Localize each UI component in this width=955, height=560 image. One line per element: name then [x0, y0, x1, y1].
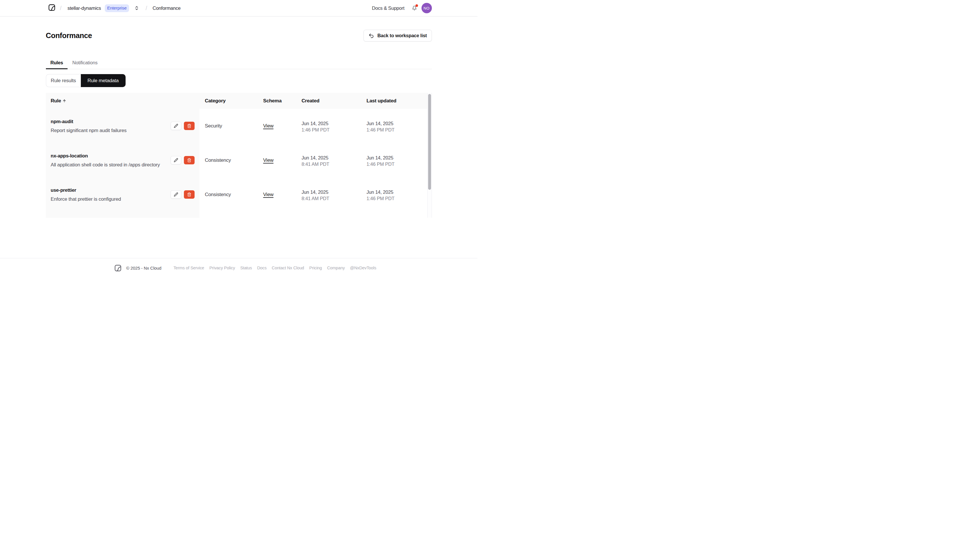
row-actions — [171, 156, 194, 164]
back-button-label: Back to workspace list — [377, 33, 427, 38]
edit-rule-button[interactable] — [171, 122, 181, 130]
tab-rules[interactable]: Rules — [46, 59, 68, 69]
pencil-icon — [174, 158, 178, 162]
rule-cell: use-prettier Enforce that prettier is co… — [46, 177, 199, 212]
user-avatar[interactable]: NO — [421, 3, 432, 13]
column-header-last-updated[interactable]: Last updated — [361, 98, 427, 104]
column-header-rule[interactable]: Rule — [46, 98, 199, 104]
tab-notifications[interactable]: Notifications — [67, 59, 102, 69]
view-toggle: Rule results Rule metadata — [46, 74, 125, 87]
edit-rule-button[interactable] — [171, 156, 181, 164]
rule-cell: npm-audit Report significant npm audit f… — [46, 109, 199, 143]
rule-text: use-prettier Enforce that prettier is co… — [51, 187, 121, 203]
category-cell: Security — [199, 109, 258, 143]
rule-name: nx-apps-location — [51, 152, 160, 159]
table-row: use-prettier Enforce that prettier is co… — [46, 177, 427, 212]
page-footer: © 2025 - Nx Cloud Terms of Service Priva… — [0, 258, 478, 280]
table-row: npm-audit Report significant npm audit f… — [46, 109, 427, 143]
pencil-icon — [174, 124, 178, 128]
created-time: 8:41 AM PDT — [302, 195, 329, 201]
updated-time: 1:46 PM PDT — [366, 161, 395, 167]
notification-dot — [415, 4, 418, 7]
toggle-rule-metadata[interactable]: Rule metadata — [81, 74, 125, 87]
column-header-category[interactable]: Category — [199, 98, 258, 104]
rule-description: Report significant npm audit failures — [51, 127, 127, 134]
rule-description: Enforce that prettier is configured — [51, 196, 121, 203]
category-cell: Consistency — [199, 177, 258, 212]
navbar-content: / stellar-dynamics Enterprise / Conforma… — [46, 0, 432, 16]
table-header-row: Rule Category Schema Created Last update… — [46, 93, 427, 109]
toggle-rule-results[interactable]: Rule results — [46, 74, 81, 87]
undo-arrow-icon — [368, 33, 374, 39]
footer-copyright: © 2025 - Nx Cloud — [126, 265, 161, 270]
schema-view-link[interactable]: View — [263, 123, 274, 129]
footer-links: Terms of Service Privacy Policy Status D… — [174, 265, 376, 270]
created-cell: Jun 14, 2025 1:46 PM PDT — [296, 109, 361, 143]
updated-cell: Jun 14, 2025 1:46 PM PDT — [361, 143, 427, 177]
docs-support-button[interactable]: Docs & Support — [372, 5, 404, 11]
table-row: nx-apps-location All application shell c… — [46, 143, 427, 177]
footer-link-privacy[interactable]: Privacy Policy — [209, 265, 235, 270]
schema-cell: View — [258, 177, 296, 212]
workspace-switcher-button[interactable] — [135, 6, 139, 10]
updated-cell: Jun 14, 2025 1:46 PM PDT — [361, 177, 427, 212]
rules-table: Rule Category Schema Created Last update… — [46, 93, 432, 218]
page-title: Conformance — [46, 30, 92, 42]
notifications-bell-button[interactable] — [412, 5, 417, 11]
category-cell: Consistency — [199, 143, 258, 177]
footer-link-status[interactable]: Status — [240, 265, 252, 270]
top-navbar: / stellar-dynamics Enterprise / Conforma… — [0, 0, 478, 16]
enterprise-badge: Enterprise — [105, 4, 129, 12]
created-cell: Jun 14, 2025 8:41 AM PDT — [296, 143, 361, 177]
updated-time: 1:46 PM PDT — [366, 126, 395, 133]
breadcrumb-separator: / — [146, 5, 147, 11]
chevrons-up-down-icon — [135, 6, 139, 10]
updated-date: Jun 14, 2025 — [366, 120, 393, 126]
schema-view-link[interactable]: View — [263, 158, 274, 163]
updated-date: Jun 14, 2025 — [366, 154, 393, 161]
rule-category: Consistency — [205, 192, 231, 198]
trash-icon — [187, 192, 191, 197]
footer-link-docs[interactable]: Docs — [257, 265, 267, 270]
breadcrumb-workspace[interactable]: stellar-dynamics — [67, 5, 101, 11]
table-scrollbar-thumb[interactable] — [428, 94, 431, 190]
table-body: npm-audit Report significant npm audit f… — [46, 109, 427, 218]
trash-icon — [187, 124, 191, 128]
footer-link-nxdevtools[interactable]: @NxDevTools — [350, 265, 376, 270]
table-scrollbar-track[interactable] — [427, 93, 432, 218]
column-header-schema[interactable]: Schema — [258, 98, 296, 104]
footer-link-contact[interactable]: Contact Nx Cloud — [272, 265, 304, 270]
delete-rule-button[interactable] — [184, 122, 194, 130]
main-content: Conformance Back to workspace list Rules… — [46, 30, 432, 218]
footer-link-pricing[interactable]: Pricing — [309, 265, 322, 270]
created-time: 8:41 AM PDT — [302, 161, 329, 167]
rule-name: npm-audit — [51, 118, 127, 125]
rule-cell: nx-apps-location All application shell c… — [46, 143, 199, 177]
nx-cloud-logo-icon[interactable] — [49, 4, 55, 12]
created-date: Jun 14, 2025 — [302, 120, 329, 126]
schema-view-link[interactable]: View — [263, 192, 274, 198]
delete-rule-button[interactable] — [184, 190, 194, 199]
edit-rule-button[interactable] — [171, 190, 181, 199]
rule-text: nx-apps-location All application shell c… — [51, 152, 160, 168]
updated-cell: Jun 14, 2025 1:46 PM PDT — [361, 109, 427, 143]
column-header-created[interactable]: Created — [296, 98, 361, 104]
rule-name: use-prettier — [51, 187, 121, 193]
tab-bar: Rules Notifications — [46, 59, 432, 69]
created-date: Jun 14, 2025 — [302, 189, 329, 195]
row-actions — [171, 122, 194, 130]
schema-cell: View — [258, 109, 296, 143]
footer-nx-logo-icon — [114, 265, 121, 271]
breadcrumb-page[interactable]: Conformance — [153, 5, 181, 11]
updated-time: 1:46 PM PDT — [366, 195, 395, 201]
delete-rule-button[interactable] — [184, 156, 194, 164]
rule-description: All application shell code is stored in … — [51, 161, 160, 168]
footer-link-company[interactable]: Company — [327, 265, 345, 270]
sort-arrow-up-icon — [63, 99, 66, 103]
rule-category: Consistency — [205, 158, 231, 163]
back-to-workspace-list-button[interactable]: Back to workspace list — [363, 30, 432, 42]
rule-category: Security — [205, 123, 222, 129]
footer-link-terms[interactable]: Terms of Service — [174, 265, 204, 270]
page-head: Conformance Back to workspace list — [46, 30, 432, 42]
rule-text: npm-audit Report significant npm audit f… — [51, 118, 127, 134]
